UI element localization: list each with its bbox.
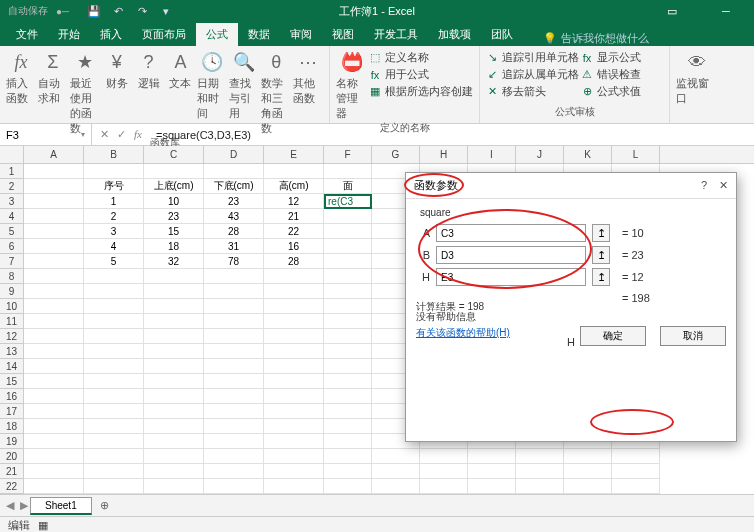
cell[interactable] <box>144 419 204 434</box>
row-header[interactable]: 10 <box>0 299 24 314</box>
cell[interactable]: 上底(cm) <box>144 179 204 194</box>
cell[interactable] <box>144 479 204 494</box>
cell[interactable] <box>144 269 204 284</box>
cell[interactable] <box>264 464 324 479</box>
cell[interactable] <box>264 449 324 464</box>
col-header[interactable]: B <box>84 146 144 163</box>
cell[interactable] <box>324 329 372 344</box>
ok-button[interactable]: 确定 <box>580 326 646 346</box>
cell[interactable] <box>84 329 144 344</box>
redo-icon[interactable]: ↷ <box>135 4 149 18</box>
cell[interactable] <box>24 269 84 284</box>
cell[interactable] <box>144 284 204 299</box>
lookup-button[interactable]: 🔍查找与引用 <box>229 50 259 136</box>
cell[interactable]: 5 <box>84 254 144 269</box>
cell[interactable] <box>468 479 516 494</box>
cell[interactable] <box>204 284 264 299</box>
qat-more-icon[interactable]: ▾ <box>159 4 173 18</box>
chevron-down-icon[interactable]: ▾ <box>81 130 85 139</box>
row-header[interactable]: 17 <box>0 404 24 419</box>
undo-icon[interactable]: ↶ <box>111 4 125 18</box>
tab-review[interactable]: 审阅 <box>280 23 322 46</box>
cell[interactable]: 10 <box>144 194 204 209</box>
cell[interactable] <box>204 344 264 359</box>
cell[interactable] <box>144 314 204 329</box>
row-header[interactable]: 4 <box>0 209 24 224</box>
fx-icon[interactable]: fx <box>134 128 142 141</box>
row-header[interactable]: 8 <box>0 269 24 284</box>
minimize-icon[interactable]: ─ <box>706 5 746 18</box>
cell[interactable] <box>324 284 372 299</box>
cell[interactable] <box>324 389 372 404</box>
cell[interactable] <box>204 359 264 374</box>
collapse-dialog-icon[interactable]: ↥ <box>592 224 610 242</box>
col-header[interactable]: D <box>204 146 264 163</box>
cell[interactable] <box>24 179 84 194</box>
tab-home[interactable]: 开始 <box>48 23 90 46</box>
cell[interactable]: 面 <box>324 179 372 194</box>
col-header[interactable]: I <box>468 146 516 163</box>
cell[interactable] <box>204 479 264 494</box>
cell[interactable] <box>372 449 420 464</box>
cell[interactable] <box>24 419 84 434</box>
row-header[interactable]: 11 <box>0 314 24 329</box>
cell[interactable] <box>420 464 468 479</box>
tab-insert[interactable]: 插入 <box>90 23 132 46</box>
cell[interactable]: 15 <box>144 224 204 239</box>
financial-button[interactable]: ¥财务 <box>102 50 132 136</box>
cell[interactable] <box>204 329 264 344</box>
cell[interactable]: 下底(cm) <box>204 179 264 194</box>
cell[interactable] <box>84 314 144 329</box>
cell[interactable] <box>144 464 204 479</box>
cell[interactable]: 28 <box>264 254 324 269</box>
cell[interactable] <box>324 359 372 374</box>
cell[interactable] <box>144 374 204 389</box>
cell[interactable] <box>372 464 420 479</box>
cell[interactable] <box>204 269 264 284</box>
cell[interactable] <box>324 164 372 179</box>
cell[interactable] <box>204 434 264 449</box>
cell[interactable] <box>84 359 144 374</box>
cell[interactable] <box>204 419 264 434</box>
cell[interactable] <box>420 479 468 494</box>
dialog-help-icon[interactable]: ? <box>701 179 707 192</box>
cell[interactable]: 16 <box>264 239 324 254</box>
cell[interactable] <box>516 464 564 479</box>
row-header[interactable]: 7 <box>0 254 24 269</box>
cell[interactable] <box>324 224 372 239</box>
cell[interactable] <box>24 299 84 314</box>
cell[interactable]: 18 <box>144 239 204 254</box>
cell[interactable] <box>324 269 372 284</box>
cell[interactable] <box>84 344 144 359</box>
collapse-dialog-icon[interactable]: ↥ <box>592 268 610 286</box>
cell[interactable] <box>24 464 84 479</box>
cell[interactable] <box>264 329 324 344</box>
cell[interactable] <box>324 239 372 254</box>
cell[interactable] <box>264 269 324 284</box>
row-header[interactable]: 21 <box>0 464 24 479</box>
cell[interactable] <box>204 404 264 419</box>
cell[interactable]: 3 <box>84 224 144 239</box>
cell[interactable] <box>204 389 264 404</box>
tab-developer[interactable]: 开发工具 <box>364 23 428 46</box>
cell[interactable] <box>84 419 144 434</box>
collapse-dialog-icon[interactable]: ↥ <box>592 246 610 264</box>
tab-file[interactable]: 文件 <box>6 23 48 46</box>
cell[interactable] <box>324 314 372 329</box>
ribbon-options-icon[interactable]: ▭ <box>652 5 692 18</box>
cell[interactable] <box>24 314 84 329</box>
cell[interactable] <box>564 479 612 494</box>
cell[interactable]: 78 <box>204 254 264 269</box>
remove-arrows-item[interactable]: ✕移去箭头 <box>486 84 579 99</box>
tab-data[interactable]: 数据 <box>238 23 280 46</box>
more-functions-button[interactable]: ⋯其他函数 <box>293 50 323 136</box>
row-header[interactable]: 14 <box>0 359 24 374</box>
cell[interactable] <box>144 389 204 404</box>
cell[interactable] <box>264 344 324 359</box>
cell[interactable] <box>84 464 144 479</box>
error-check-item[interactable]: ⚠错误检查 <box>581 67 641 82</box>
cell[interactable] <box>144 434 204 449</box>
cell[interactable] <box>24 254 84 269</box>
cell[interactable] <box>84 374 144 389</box>
cell[interactable] <box>324 419 372 434</box>
